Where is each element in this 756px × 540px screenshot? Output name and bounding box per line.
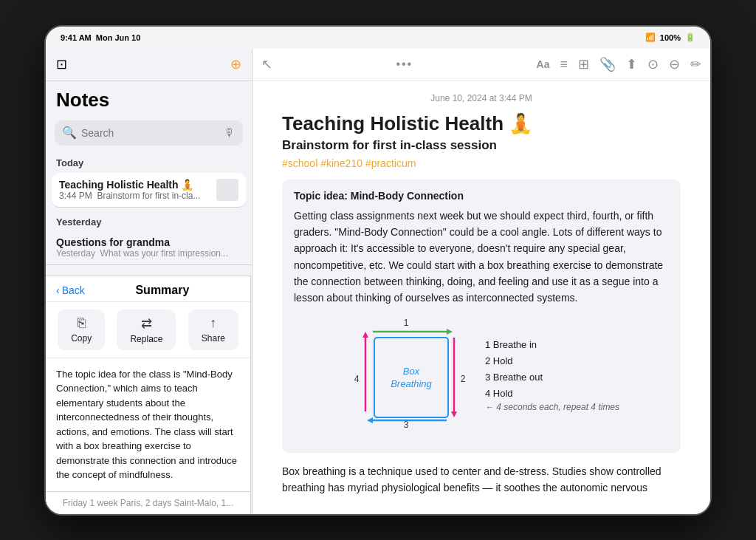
bottom-text: Box breathing is a technique used to cen… — [282, 463, 681, 496]
share-toolbar-icon[interactable]: ⬆ — [626, 56, 637, 72]
status-right: 📶 100% 🔋 — [645, 33, 695, 42]
summary-copy-button[interactable]: ⎘ Copy — [58, 310, 105, 350]
section-header-today: Today — [46, 150, 252, 171]
summary-panel: ‹ Back Summary ⎘ Copy ⇄ Replace ↑ — [46, 276, 251, 514]
note-title-teaching: Teaching Holistic Health 🧘 — [59, 179, 210, 191]
app-container: ⊡ ⊕ Notes 🔍 🎙 Today Teaching Holistic He… — [46, 49, 710, 514]
note-section-box: Topic idea: Mind-Body Connection Getting… — [282, 180, 681, 453]
step-4: 4 Hold — [485, 386, 619, 402]
section-header-yesterday: Yesterday — [46, 209, 252, 230]
copy-icon: ⎘ — [78, 315, 86, 331]
attachment-icon[interactable]: 📎 — [599, 56, 616, 72]
compose-icon[interactable]: ✏ — [690, 56, 701, 72]
main-content: ↖ ••• Aa ≡ ⊞ 📎 ⬆ ⊙ ⊖ ✏ June 10, 20 — [252, 49, 710, 514]
battery: 100% — [660, 33, 681, 42]
back-arrow-icon[interactable]: ↖ — [261, 56, 272, 72]
ipad-frame: 9:41 AM Mon Jun 10 📶 100% 🔋 ⊡ ⊕ Notes 🔍 … — [46, 27, 710, 514]
search-bar[interactable]: 🔍 🎙 — [55, 120, 243, 146]
note-preview-thumbnail — [216, 179, 238, 201]
summary-header: ‹ Back Summary — [46, 276, 250, 302]
summary-replace-button[interactable]: ⇄ Replace — [117, 310, 176, 350]
main-toolbar: ↖ ••• Aa ≡ ⊞ 📎 ⬆ ⊙ ⊖ ✏ — [252, 49, 710, 81]
step-3: 3 Breathe out — [485, 369, 619, 386]
note-section-body: Getting class assignments next week but … — [294, 208, 669, 307]
box-breathing-diagram: 1 2 3 — [343, 315, 476, 434]
status-left: 9:41 AM Mon Jun 10 — [61, 33, 140, 42]
svg-text:Breathing: Breathing — [391, 378, 432, 389]
note-meta-teaching: 3:44 PM Brainstorm for first in-cla... — [59, 191, 210, 201]
svg-text:4: 4 — [354, 374, 360, 384]
note-title-main: Teaching Holistic Health 🧘 — [282, 112, 681, 135]
note-subtitle: Brainstorm for first in-class session — [282, 138, 681, 153]
summary-back-button[interactable]: ‹ Back — [56, 284, 85, 296]
chevron-left-icon: ‹ — [56, 284, 60, 296]
summary-actions: ⎘ Copy ⇄ Replace ↑ Share — [46, 302, 250, 358]
steps-note: ← 4 seconds each, repeat 4 times — [485, 402, 619, 412]
svg-marker-8 — [367, 417, 373, 423]
sidebar-toggle-icon[interactable]: ⊡ — [56, 56, 67, 72]
svg-text:Box: Box — [403, 366, 420, 377]
table-icon[interactable]: ⊞ — [578, 56, 589, 72]
step-2: 2 Hold — [485, 353, 619, 369]
text-format-icon[interactable]: Aa — [537, 58, 550, 70]
svg-rect-12 — [374, 338, 448, 417]
note-scroll-area[interactable]: June 10, 2024 at 3:44 PM Teaching Holist… — [252, 81, 710, 514]
svg-text:1: 1 — [404, 318, 409, 328]
search-input[interactable] — [81, 127, 219, 139]
minus-icon[interactable]: ⊖ — [669, 56, 680, 72]
search-icon: 🔍 — [62, 126, 77, 140]
sidebar-toolbar: ⊡ ⊕ — [46, 49, 252, 81]
step-1: 1 Breathe in — [485, 337, 619, 353]
toolbar-center: ••• — [396, 58, 413, 71]
note-tags: #school #kine210 #practicum — [282, 157, 681, 169]
more-options-icon[interactable]: ••• — [396, 58, 413, 71]
toolbar-left: ↖ — [261, 56, 272, 72]
summary-footer-meta: Friday 1 week Paris, 2 days Saint-Malo, … — [46, 491, 250, 514]
note-item-grandma[interactable]: Questions for grandma Yesterday What was… — [46, 230, 252, 265]
sidebar: ⊡ ⊕ Notes 🔍 🎙 Today Teaching Holistic He… — [46, 49, 252, 514]
note-item-teaching[interactable]: Teaching Holistic Health 🧘 3:44 PM Brain… — [52, 173, 246, 208]
breathing-steps-container: 1 Breathe in 2 Hold 3 Breathe out 4 Hold… — [485, 337, 619, 412]
mic-icon[interactable]: 🎙 — [224, 126, 236, 140]
svg-text:2: 2 — [461, 374, 466, 384]
battery-icon: 🔋 — [685, 33, 695, 42]
summary-body: The topic idea for the class is "Mind-Bo… — [46, 358, 250, 491]
note-date: June 10, 2024 at 3:44 PM — [282, 93, 681, 103]
note-section-title: Topic idea: Mind-Body Connection — [294, 190, 669, 202]
note-meta-grandma: Yesterday What was your first impression… — [56, 248, 241, 259]
breathing-steps: 1 Breathe in 2 Hold 3 Breathe out 4 Hold — [485, 337, 619, 402]
toolbar-right: Aa ≡ ⊞ 📎 ⬆ ⊙ ⊖ ✏ — [537, 56, 701, 72]
summary-title: Summary — [85, 284, 240, 297]
svg-marker-5 — [451, 411, 457, 417]
status-bar: 9:41 AM Mon Jun 10 📶 100% 🔋 — [46, 27, 710, 49]
date: Mon Jun 10 — [96, 33, 141, 42]
note-title-grandma: Questions for grandma — [56, 236, 241, 248]
replace-icon: ⇄ — [141, 315, 152, 332]
new-note-icon[interactable]: ⊕ — [230, 56, 241, 72]
diagram-container: 1 2 3 — [294, 315, 669, 434]
share-icon: ↑ — [210, 315, 216, 331]
wifi-icon: 📶 — [645, 33, 656, 42]
checklist-icon[interactable]: ≡ — [560, 57, 568, 72]
bottom-text-content: Box breathing is a technique used to cen… — [282, 465, 662, 493]
summary-share-button[interactable]: ↑ Share — [188, 310, 238, 350]
svg-marker-2 — [447, 329, 453, 335]
find-icon[interactable]: ⊙ — [647, 56, 659, 72]
time: 9:41 AM — [61, 33, 92, 42]
svg-marker-11 — [362, 332, 368, 338]
sidebar-title: Notes — [46, 81, 252, 116]
